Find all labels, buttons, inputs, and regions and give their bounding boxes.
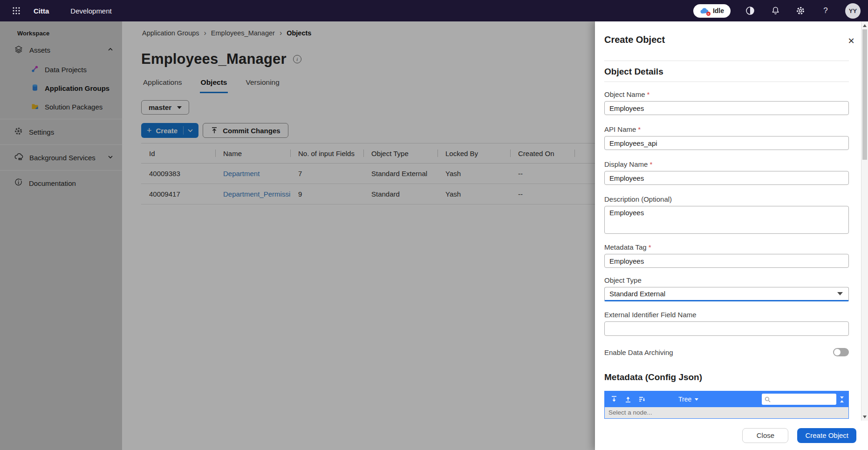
external-identifier-label: External Identifier Field Name [604,311,849,319]
json-node-selector[interactable]: Select a node... [605,407,848,418]
drawer-footer: Close Create Object [595,421,868,450]
description-field[interactable]: Employees [604,206,849,234]
status-label: Idle [713,7,724,14]
close-button[interactable]: Close [742,428,788,443]
object-name-field[interactable] [604,101,849,115]
close-icon[interactable]: ✕ [846,35,857,47]
section-title-metadata-json: Metadata (Config Json) [604,372,849,382]
app-root: Citta Development ✕ Idle ? YY Workspace [0,0,868,450]
metadata-tag-field[interactable] [604,254,849,268]
display-name-label: Display Name* [604,160,849,168]
brand-title[interactable]: Citta [34,7,49,15]
editor-mode-label: Tree [678,395,691,403]
cloud-error-badge: ✕ [706,12,711,16]
theme-contrast-icon[interactable] [745,5,756,16]
search-nav-buttons[interactable] [840,396,844,402]
json-editor-toolbar: Tree [605,391,848,407]
scroll-up-arrow[interactable] [861,22,868,29]
required-asterisk: * [649,160,652,168]
connection-status-pill[interactable]: ✕ Idle [693,4,731,18]
object-type-label: Object Type [604,276,849,284]
enable-data-archiving-label: Enable Data Archiving [604,348,673,356]
required-asterisk: * [647,90,650,98]
section-title-object-details: Object Details [604,67,849,77]
app-launcher-icon[interactable] [12,7,21,15]
required-asterisk: * [649,243,651,251]
api-name-field[interactable] [604,136,849,150]
description-label: Description (Optional) [604,195,849,203]
drawer-title: Create Object [604,34,849,45]
json-search-input[interactable] [773,396,829,403]
editor-mode-dropdown[interactable]: Tree [678,395,698,403]
cloud-status-icon: ✕ [700,7,709,14]
metadata-tag-label: Metadata Tag* [604,243,849,251]
json-editor: Tree Select a node... [604,391,849,419]
scroll-down-arrow[interactable] [861,413,868,420]
collapse-all-icon[interactable] [623,395,633,404]
divider [604,61,849,61]
object-name-label: Object Name* [604,90,849,98]
sort-icon[interactable] [637,395,647,404]
help-icon[interactable]: ? [820,5,831,16]
topbar: Citta Development ✕ Idle ? YY [0,0,868,21]
display-name-field[interactable] [604,171,849,185]
user-avatar[interactable]: YY [845,3,861,19]
search-prev-icon[interactable] [840,400,844,402]
caret-down-icon [695,398,698,401]
enable-data-archiving-row: Enable Data Archiving [604,348,849,356]
create-object-button[interactable]: Create Object [797,428,856,443]
external-identifier-field[interactable] [604,321,849,336]
chevron-down-icon [837,292,843,295]
required-asterisk: * [638,125,641,133]
object-type-selected-value: Standard External [609,290,665,298]
api-name-label: API Name* [604,125,849,133]
drawer-scrollbar[interactable] [861,21,868,421]
json-search-box[interactable] [762,394,836,405]
drawer-scroll-content: Create Object Object Details Object Name… [595,21,861,421]
scrollbar-thumb[interactable] [862,29,867,160]
settings-gear-icon[interactable] [795,5,806,16]
toggle-knob [834,349,841,355]
topnav-development[interactable]: Development [70,7,111,15]
create-object-drawer: Create Object Object Details Object Name… [595,21,868,450]
object-type-select[interactable]: Standard External [604,287,849,301]
search-next-icon[interactable] [840,396,844,399]
notifications-bell-icon[interactable] [770,5,781,16]
divider [604,82,849,82]
expand-all-icon[interactable] [609,395,619,404]
search-icon [765,396,771,402]
enable-data-archiving-toggle[interactable] [833,348,849,356]
